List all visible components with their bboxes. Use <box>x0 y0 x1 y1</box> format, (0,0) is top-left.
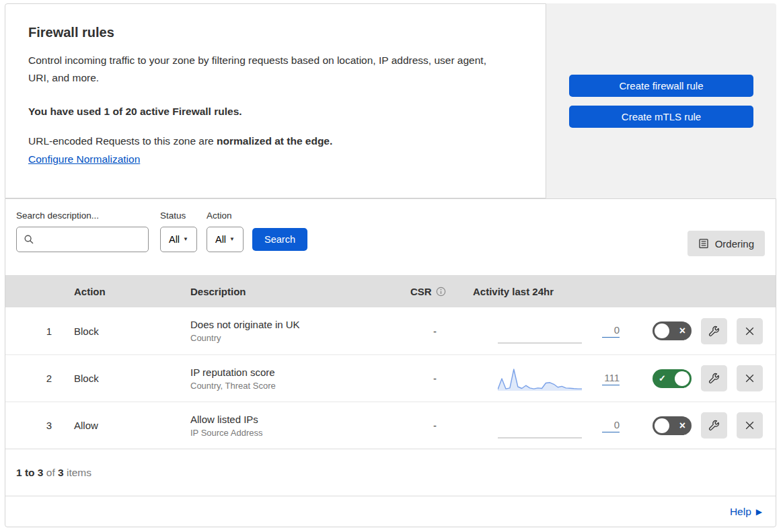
rule-description-cell: IP reputation score Country, Threat Scor… <box>190 367 410 391</box>
rule-csr-cell: - <box>410 373 473 384</box>
activity-sparkline <box>498 366 582 391</box>
csr-header-label: CSR <box>410 286 432 297</box>
rule-enabled-toggle[interactable]: ✓ × <box>653 416 692 435</box>
firewall-rules-page: Firewall rules Control incoming traffic … <box>0 0 781 527</box>
rule-priority: 2 <box>5 373 74 384</box>
x-icon: × <box>679 326 685 336</box>
x-icon: × <box>679 420 685 430</box>
status-filter-group: Status All ▼ <box>160 211 197 252</box>
edit-rule-button[interactable] <box>701 318 727 344</box>
check-icon: ✓ <box>659 374 666 383</box>
help-bar: Help ▶ <box>5 496 776 527</box>
action-column-header: Action <box>74 286 190 297</box>
delete-rule-button[interactable] <box>737 365 763 391</box>
action-filter-group: Action All ▼ <box>207 211 244 252</box>
pagination-summary: 1 to 3 of 3 items <box>5 449 776 496</box>
csr-value: - <box>410 420 473 431</box>
activity-count-link[interactable]: 0 <box>602 324 620 338</box>
table-row: 1 Block Does not originate in UK Country… <box>5 307 776 354</box>
search-button[interactable]: Search <box>252 228 307 251</box>
rule-activity-cell: 111 <box>473 366 653 391</box>
close-icon <box>744 420 755 431</box>
normalization-text: URL-encoded Requests to this zone are <box>28 135 217 147</box>
activity-count-link[interactable]: 0 <box>602 419 620 432</box>
csr-column-header: CSR <box>410 286 473 297</box>
wrench-icon <box>708 373 720 384</box>
wrench-icon <box>708 420 720 431</box>
delete-rule-button[interactable] <box>737 318 763 344</box>
arrow-right-icon: ▶ <box>756 508 762 516</box>
top-section: Firewall rules Control incoming traffic … <box>5 3 776 198</box>
usage-summary: You have used 1 of 20 active Firewall ru… <box>28 106 519 118</box>
intro-card: Firewall rules Control incoming traffic … <box>5 3 546 198</box>
page-description: Control incoming traffic to your zone by… <box>28 52 507 87</box>
rule-description: Does not originate in UK <box>190 319 410 330</box>
rule-priority: 3 <box>5 420 74 431</box>
toggle-knob <box>655 418 669 433</box>
help-link-label: Help <box>730 506 751 518</box>
status-label: Status <box>160 211 197 221</box>
description-column-header: Description <box>190 286 410 297</box>
search-box <box>16 227 149 252</box>
csr-value: - <box>410 326 473 337</box>
ordering-button-label: Ordering <box>715 238 754 250</box>
chevron-down-icon: ▼ <box>229 237 235 242</box>
rule-criteria: Country, Threat Score <box>190 381 410 391</box>
info-icon[interactable] <box>436 287 446 297</box>
ordering-button[interactable]: Ordering <box>687 231 765 256</box>
configure-normalization-link[interactable]: Configure Normalization <box>28 153 140 165</box>
wrench-icon <box>708 326 720 337</box>
table-row: 2 Block IP reputation score Country, Thr… <box>5 354 776 402</box>
rule-controls-cell: ✓ × <box>653 412 776 439</box>
item-total: 3 <box>58 467 64 479</box>
action-dropdown[interactable]: All ▼ <box>207 227 244 252</box>
rule-description-cell: Does not originate in UK Country <box>190 319 410 343</box>
activity-column-header: Activity last 24hr <box>473 286 653 297</box>
table-row: 3 Allow Allow listed IPs IP Source Addre… <box>5 402 776 449</box>
create-firewall-rule-button[interactable]: Create firewall rule <box>569 75 753 97</box>
rule-activity-cell: 0 <box>473 318 653 344</box>
rule-action: Allow <box>74 420 190 431</box>
rule-criteria: IP Source Address <box>190 428 410 438</box>
normalization-bold: normalized at the edge. <box>217 135 332 147</box>
edit-rule-button[interactable] <box>701 412 727 439</box>
normalization-note: URL-encoded Requests to this zone are no… <box>28 135 519 147</box>
search-group: Search description... <box>16 211 149 252</box>
rule-controls-cell: ✓ × <box>653 318 776 344</box>
csr-value: - <box>410 373 473 384</box>
rule-description: IP reputation score <box>190 367 410 378</box>
search-input[interactable] <box>38 234 148 245</box>
edit-rule-button[interactable] <box>701 365 727 391</box>
close-icon <box>744 373 755 384</box>
rule-csr-cell: - <box>410 326 473 337</box>
toggle-knob <box>655 324 669 338</box>
close-icon <box>744 326 755 337</box>
help-link[interactable]: Help ▶ <box>730 506 762 518</box>
activity-sparkline <box>498 413 582 439</box>
rule-controls-cell: ✓ × <box>653 365 776 391</box>
create-mtls-rule-button[interactable]: Create mTLS rule <box>569 106 753 128</box>
rule-priority: 1 <box>5 326 74 337</box>
rule-description-cell: Allow listed IPs IP Source Address <box>190 414 410 438</box>
action-dropdown-value: All <box>215 234 226 245</box>
of-text: of <box>43 467 58 479</box>
search-label: Search description... <box>16 211 149 221</box>
items-text: items <box>64 467 91 479</box>
status-dropdown-value: All <box>169 234 180 245</box>
activity-count-link[interactable]: 111 <box>602 372 620 385</box>
rule-enabled-toggle[interactable]: ✓ × <box>653 321 692 340</box>
rule-activity-cell: 0 <box>473 413 653 439</box>
rule-action: Block <box>74 326 190 337</box>
rule-enabled-toggle[interactable]: ✓ × <box>653 369 692 388</box>
activity-sparkline <box>498 318 582 344</box>
delete-rule-button[interactable] <box>737 412 763 439</box>
list-document-icon <box>698 238 709 249</box>
table-header: Action Description CSR Activity last 24h… <box>5 275 776 307</box>
rule-criteria: Country <box>190 333 410 343</box>
rule-description: Allow listed IPs <box>190 414 410 425</box>
item-range: 1 to 3 <box>16 467 43 479</box>
page-title: Firewall rules <box>28 25 519 40</box>
status-dropdown[interactable]: All ▼ <box>160 227 197 252</box>
cta-panel: Create firewall rule Create mTLS rule <box>546 3 776 198</box>
toggle-knob <box>675 371 690 386</box>
